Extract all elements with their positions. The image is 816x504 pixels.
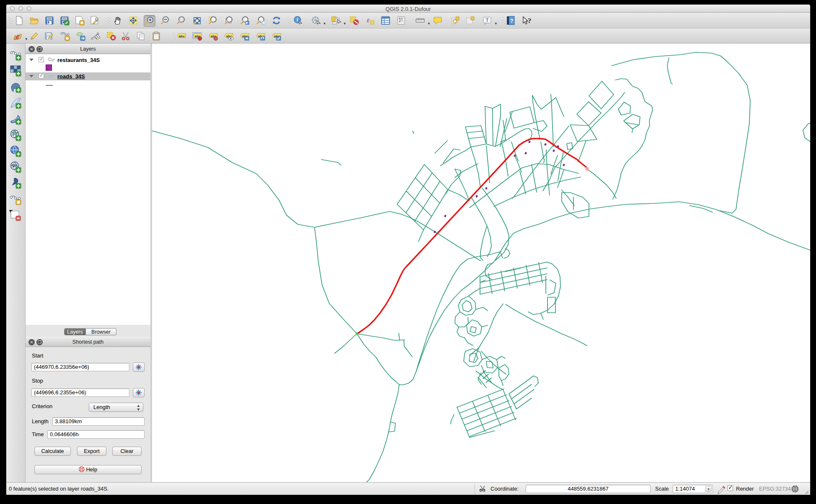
svg-text:1:1: 1:1: [180, 18, 183, 21]
svg-text:T: T: [486, 18, 489, 23]
svg-text:?: ?: [528, 17, 532, 25]
svg-text:ε: ε: [367, 16, 370, 24]
svg-text:abc: abc: [179, 34, 185, 38]
svg-text:?: ?: [510, 18, 514, 24]
